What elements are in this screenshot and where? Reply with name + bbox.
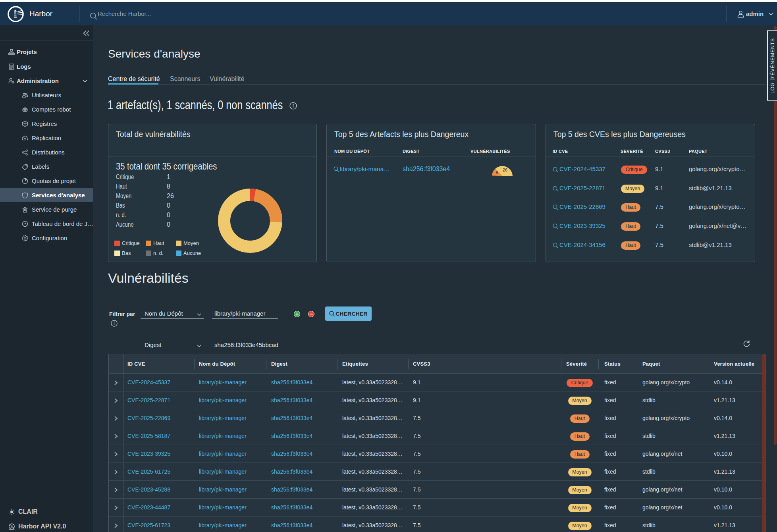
svg-text:26: 26 xyxy=(503,168,507,172)
svg-text:8: 8 xyxy=(496,170,498,175)
